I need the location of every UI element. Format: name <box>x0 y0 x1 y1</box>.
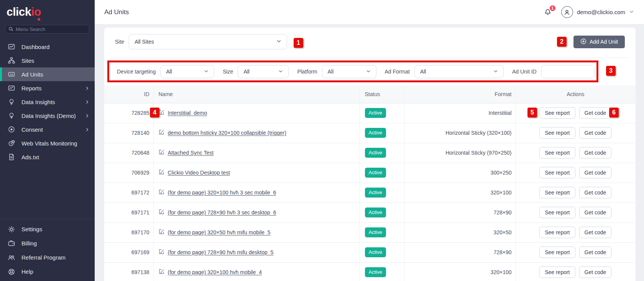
ad-unit-name-link[interactable]: demo bottom hsticky 320×100 collapsible … <box>168 130 286 136</box>
top-header: Ad Units 1 demo@clickio.com <box>95 0 644 25</box>
status-badge: Active <box>365 168 386 178</box>
sidebar-item-label: Reports <box>21 85 79 91</box>
select-value: All <box>328 69 363 75</box>
get-code-button[interactable]: Get code <box>579 207 612 218</box>
ad-format-select[interactable]: All <box>414 65 504 78</box>
edit-icon[interactable] <box>159 209 164 216</box>
main-area: Ad Units 1 demo@clickio.com <box>95 0 644 281</box>
see-report-button[interactable]: See report <box>539 147 575 158</box>
sidebar-item-data-insights-demo[interactable]: Data Insights (Demo) <box>0 109 95 123</box>
ad-unit-format: 728×90 <box>404 203 515 222</box>
sidebar-item-data-insights[interactable]: Data Insights <box>0 95 95 109</box>
sidebar-item-label: Billing <box>21 240 89 247</box>
sidebar-item-label: Help <box>21 268 89 275</box>
sidebar-item-help[interactable]: Help <box>0 265 95 279</box>
svg-text:Ad: Ad <box>10 73 13 76</box>
ad-unit-name-link[interactable]: (for demo page) 320×50 hvh mifu mobile_5 <box>168 229 271 235</box>
ad-unit-name-link[interactable]: Interstitial_demo <box>168 110 207 116</box>
device-targeting-select[interactable]: All <box>160 65 214 78</box>
edit-icon[interactable] <box>159 229 164 236</box>
sidebar-item-sites[interactable]: Sites <box>0 54 95 67</box>
status-badge: Active <box>365 267 386 277</box>
ad-unit-name-link[interactable]: Clickio Video Desktop test <box>168 170 230 176</box>
notifications-button[interactable]: 1 <box>542 7 554 18</box>
lightbulb-icon <box>8 112 15 119</box>
sidebar-item-label: Sites <box>21 57 89 64</box>
add-ad-unit-button[interactable]: Add Ad Unit <box>573 36 625 48</box>
filter-ad-format: Ad Format All <box>385 65 504 78</box>
see-report-button[interactable]: See report <box>539 227 575 238</box>
ad-unit-name-link[interactable]: (for demo page) 320×100 hvh mobile_4 <box>168 269 262 275</box>
see-report-button[interactable]: See report <box>539 266 575 278</box>
ad-unit-name-link[interactable]: (for demo page) 728×90 hvh mifu desktop_… <box>168 249 274 255</box>
edit-icon[interactable] <box>159 109 164 116</box>
get-code-button[interactable]: Get code <box>579 227 612 238</box>
search-icon <box>8 26 13 33</box>
get-code-button[interactable]: Get code <box>579 187 612 198</box>
sidebar-item-ads-txt[interactable]: Ads.txt <box>0 150 95 164</box>
edit-icon[interactable] <box>159 129 164 136</box>
status-badge: Active <box>365 108 386 118</box>
get-code-button[interactable]: Get code <box>579 266 612 278</box>
sidebar-item-referral-program[interactable]: Referral Program <box>0 250 95 265</box>
chevron-right-icon <box>85 85 89 91</box>
site-select[interactable]: All Sites <box>129 34 287 49</box>
edit-icon[interactable] <box>159 149 164 156</box>
get-code-button[interactable]: Get code <box>579 147 612 158</box>
table-row: 706929 Clickio Video Desktop test Active… <box>104 163 636 183</box>
filter-label: Ad Format <box>385 69 410 75</box>
sidebar-item-ad-units[interactable]: Ad Ad Units <box>0 67 95 81</box>
menu-search-input[interactable] <box>16 26 86 32</box>
sidebar-item-label: Settings <box>21 226 89 232</box>
ad-unit-id: 697170 <box>104 222 153 242</box>
ad-unit-name-link[interactable]: (for demo page) 320×100 hvh 3 sec mobile… <box>168 190 276 196</box>
user-menu[interactable]: demo@clickio.com <box>561 6 634 18</box>
select-value: All <box>243 69 275 75</box>
column-header-id: ID <box>104 85 153 103</box>
see-report-button[interactable]: See report <box>539 187 575 198</box>
wallet-icon <box>8 240 15 247</box>
edit-icon[interactable] <box>159 269 164 276</box>
ad-unit-format: 320×100 <box>404 183 515 203</box>
status-badge: Active <box>365 227 386 237</box>
sidebar-item-billing[interactable]: Billing <box>0 236 95 250</box>
table-row: 697170 (for demo page) 320×50 hvh mifu m… <box>104 222 636 242</box>
sidebar-item-settings[interactable]: Settings <box>0 222 95 236</box>
sidebar: clickio Dashboard Sites Ad Ad Units R <box>0 0 95 281</box>
column-header-status: Status <box>360 85 404 103</box>
help-icon <box>8 268 15 275</box>
ad-unit-name-link[interactable]: Attached Sync Test <box>168 150 214 156</box>
ad-unit-name-link[interactable]: (for demo page) 728×90 hvh 3 sec desktop… <box>168 209 276 216</box>
sidebar-item-web-vitals-monitoring[interactable]: Web Vitals Monitoring <box>0 136 95 150</box>
site-select-value: All Sites <box>135 39 273 45</box>
ad-unit-format: 320×50 <box>404 222 515 242</box>
ad-unit-id: 728140 <box>104 123 153 143</box>
see-report-button[interactable]: See report <box>539 207 575 218</box>
size-select[interactable]: All <box>238 65 289 78</box>
filters-row: Device targeting All Size All <box>104 58 636 85</box>
see-report-button[interactable]: See report <box>539 127 575 139</box>
get-code-button[interactable]: Get code <box>579 247 612 258</box>
get-code-button[interactable]: Get code <box>579 167 612 178</box>
notification-count-badge: 1 <box>549 5 556 12</box>
sidebar-item-label: Dashboard <box>21 44 89 50</box>
sidebar-item-dashboard[interactable]: Dashboard <box>0 40 95 54</box>
web-vitals-icon <box>8 140 15 147</box>
see-report-button[interactable]: See report <box>539 247 575 258</box>
get-code-button[interactable]: Get code <box>579 127 612 139</box>
status-badge: Active <box>365 247 386 257</box>
edit-icon[interactable] <box>159 189 164 196</box>
reports-icon <box>8 85 15 92</box>
ad-unit-id: 697138 <box>104 262 153 281</box>
edit-icon[interactable] <box>159 169 164 176</box>
sidebar-item-consent[interactable]: Consent <box>0 123 95 136</box>
consent-icon <box>8 126 15 133</box>
get-code-button[interactable]: Get code <box>579 107 612 119</box>
platform-select[interactable]: All <box>322 65 376 78</box>
edit-icon[interactable] <box>159 249 164 256</box>
see-report-button[interactable]: See report <box>539 107 575 119</box>
see-report-button[interactable]: See report <box>539 167 575 178</box>
ad-unit-id-input[interactable] <box>541 65 595 78</box>
sidebar-item-reports[interactable]: Reports <box>0 81 95 95</box>
menu-search[interactable] <box>5 25 89 34</box>
